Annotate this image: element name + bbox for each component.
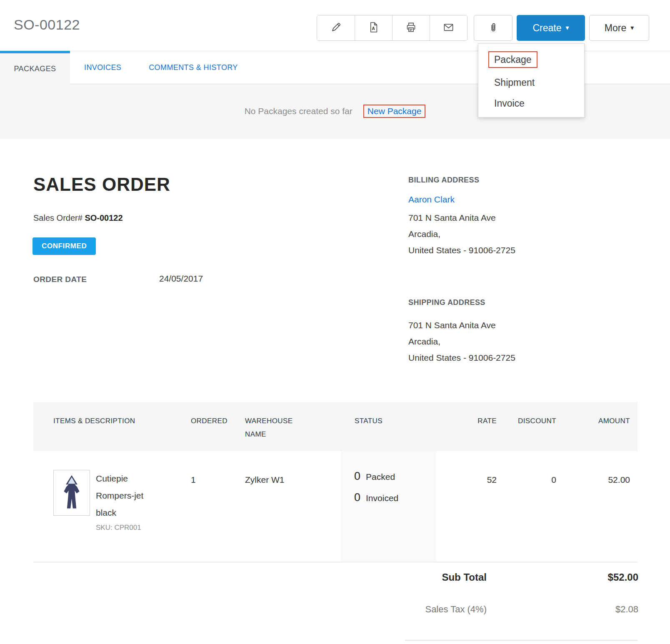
- menu-item-invoice[interactable]: Invoice: [478, 93, 584, 114]
- totals-section: Sub Total $52.00 Sales Tax (4%) $2.08: [396, 572, 638, 615]
- packed-label: Packed: [366, 472, 395, 482]
- sales-order-page: SO-00122 A: [0, 0, 670, 644]
- more-button-label: More: [605, 22, 626, 34]
- create-button[interactable]: Create ▾: [517, 15, 585, 41]
- address-line: United States - 91006-2725: [408, 349, 608, 366]
- more-button[interactable]: More ▾: [589, 15, 649, 41]
- attachment-button[interactable]: [474, 15, 512, 41]
- item-description-cell: Cutiepie Rompers-jet black SKU: CPR001: [33, 451, 191, 562]
- document-actions-toolbar: A: [317, 15, 468, 41]
- new-package-link[interactable]: New Package: [363, 105, 426, 118]
- status-cell: 0 Packed 0 Invoiced: [341, 451, 436, 562]
- invoiced-label: Invoiced: [366, 493, 398, 503]
- col-header-status: STATUS: [341, 402, 436, 451]
- create-dropdown-menu: Package Shipment Invoice: [478, 43, 585, 117]
- printer-icon: [405, 22, 417, 34]
- ordered-cell: 1: [191, 451, 245, 562]
- item-text: Cutiepie Rompers-jet black SKU: CPR001: [96, 470, 160, 562]
- discount-cell: 0: [497, 451, 556, 562]
- shipping-address-heading: SHIPPING ADDRESS: [408, 298, 608, 307]
- order-number-value: SO-00122: [85, 213, 122, 222]
- billing-address-block: BILLING ADDRESS Aaron Clark 701 N Santa …: [408, 176, 608, 258]
- invoiced-status: 0 Invoiced: [354, 491, 436, 504]
- romper-image: [60, 474, 83, 511]
- tax-label: Sales Tax (4%): [396, 604, 487, 615]
- item-sku: SKU: CPR001: [96, 524, 160, 532]
- menu-item-package[interactable]: Package: [478, 47, 584, 72]
- address-line: United States - 91006-2725: [408, 242, 608, 258]
- tax-value: $2.08: [487, 604, 638, 615]
- status-badge: CONFIRMED: [32, 237, 96, 255]
- col-header-items: ITEMS & DESCRIPTION: [33, 402, 191, 451]
- billing-address-heading: BILLING ADDRESS: [408, 176, 608, 185]
- line-items-table: ITEMS & DESCRIPTION ORDERED WAREHOUSE NA…: [33, 402, 638, 562]
- product-image: [53, 470, 90, 516]
- paperclip-icon: [488, 22, 499, 34]
- order-date-label: ORDER DATE: [33, 275, 87, 284]
- packed-status: 0 Packed: [354, 470, 436, 483]
- pencil-icon: [330, 22, 342, 34]
- empty-state-message: No Packages created so far: [245, 106, 352, 116]
- table-row: Cutiepie Rompers-jet black SKU: CPR001 1…: [33, 451, 638, 562]
- item-name: Cutiepie Rompers-jet black: [96, 470, 160, 521]
- shipping-address-lines: 701 N Santa Anita Ave Arcadia, United St…: [408, 317, 608, 366]
- caret-down-icon: ▾: [630, 25, 634, 31]
- col-header-discount: DISCOUNT: [497, 402, 556, 451]
- col-header-warehouse: WAREHOUSE NAME: [245, 402, 341, 451]
- menu-item-shipment[interactable]: Shipment: [478, 72, 584, 93]
- tab-packages-label: PACKAGES: [14, 65, 56, 73]
- email-button[interactable]: [430, 15, 467, 40]
- tab-packages[interactable]: PACKAGES: [0, 51, 70, 84]
- order-number-label: Sales Order#: [33, 213, 82, 222]
- menu-item-shipment-label: Shipment: [494, 77, 535, 88]
- rate-cell: 52: [436, 451, 497, 562]
- col-header-amount: AMOUNT: [556, 402, 638, 451]
- tab-invoices-label: INVOICES: [84, 63, 121, 72]
- menu-item-package-label: Package: [494, 54, 532, 65]
- highlight-box: Package: [488, 51, 538, 68]
- address-line: Arcadia,: [408, 333, 608, 349]
- page-title: SO-00122: [14, 17, 80, 33]
- create-button-label: Create: [532, 22, 561, 34]
- print-button[interactable]: [392, 15, 430, 40]
- totals-divider: [405, 640, 638, 641]
- envelope-icon: [443, 22, 454, 34]
- billing-address-lines: 701 N Santa Anita Ave Arcadia, United St…: [408, 210, 608, 258]
- amount-cell: 52.00: [556, 451, 638, 562]
- col-header-ordered: ORDERED: [191, 402, 245, 451]
- document-title: SALES ORDER: [33, 174, 170, 195]
- tab-invoices[interactable]: INVOICES: [84, 51, 121, 84]
- customer-name-link[interactable]: Aaron Clark: [408, 195, 455, 205]
- tab-comments-history[interactable]: COMMENTS & HISTORY: [149, 51, 238, 84]
- svg-text:A: A: [372, 26, 375, 31]
- subtotal-row: Sub Total $52.00: [396, 572, 638, 583]
- tax-row: Sales Tax (4%) $2.08: [396, 604, 638, 615]
- subtotal-value: $52.00: [487, 572, 638, 583]
- order-date-value: 24/05/2017: [159, 274, 203, 284]
- shipping-address-block: SHIPPING ADDRESS 701 N Santa Anita Ave A…: [408, 298, 608, 366]
- packed-count: 0: [354, 470, 360, 483]
- order-number-line: Sales Order# SO-00122: [33, 213, 123, 223]
- table-header-row: ITEMS & DESCRIPTION ORDERED WAREHOUSE NA…: [33, 402, 638, 451]
- pdf-file-icon: A: [368, 22, 379, 34]
- subtotal-label: Sub Total: [396, 572, 487, 583]
- address-line: Arcadia,: [408, 226, 608, 242]
- edit-button[interactable]: [317, 15, 355, 40]
- address-line: 701 N Santa Anita Ave: [408, 317, 608, 333]
- caret-down-icon: ▾: [566, 25, 569, 31]
- col-header-rate: RATE: [436, 402, 497, 451]
- invoiced-count: 0: [354, 491, 360, 504]
- address-line: 701 N Santa Anita Ave: [408, 210, 608, 226]
- menu-item-invoice-label: Invoice: [494, 98, 525, 109]
- warehouse-cell: Zylker W1: [245, 451, 341, 562]
- pdf-button[interactable]: A: [355, 15, 392, 40]
- tab-comments-history-label: COMMENTS & HISTORY: [149, 63, 238, 72]
